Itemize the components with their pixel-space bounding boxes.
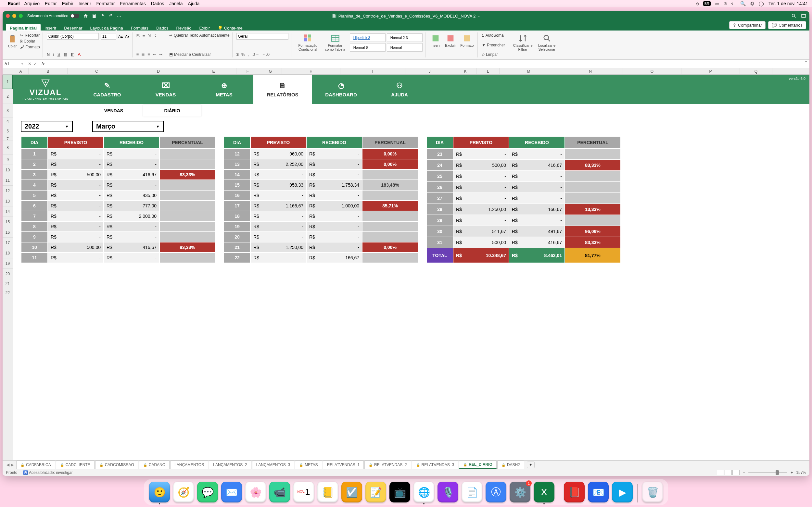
- align-bottom-icon[interactable]: ⇲: [147, 33, 151, 38]
- format-painter-button[interactable]: 🖌Formato: [20, 45, 40, 49]
- save-icon[interactable]: [92, 13, 97, 18]
- column-header[interactable]: P: [681, 68, 740, 74]
- subtab-diario[interactable]: DIÁRIO: [143, 105, 201, 117]
- dock-notes[interactable]: 📝: [365, 482, 386, 502]
- dock-pdf[interactable]: 📕: [564, 482, 585, 502]
- decrease-decimal-icon[interactable]: ←.0: [262, 52, 269, 57]
- border-button[interactable]: ▦: [63, 52, 67, 57]
- sheet-tab[interactable]: 🔒CADCLIENTE: [56, 461, 95, 469]
- app-name[interactable]: Excel: [8, 1, 20, 6]
- dock-outlook[interactable]: 📧: [588, 482, 609, 502]
- sheet-tab[interactable]: 🔒REL_DIARIO: [459, 461, 497, 469]
- column-header[interactable]: H: [282, 68, 340, 74]
- sheet-tab[interactable]: LANÇAMENTOS: [170, 461, 208, 469]
- insert-cells-button[interactable]: Inserir: [429, 33, 442, 48]
- font-color-button[interactable]: A: [78, 52, 81, 57]
- select-all-corner[interactable]: [3, 68, 13, 74]
- row-header[interactable]: 2: [3, 89, 13, 104]
- clear-button[interactable]: ◇Limpar: [482, 52, 505, 57]
- mac-menu-item[interactable]: Dados: [151, 1, 164, 6]
- fill-button[interactable]: ▼Preencher: [482, 43, 505, 47]
- increase-decimal-icon[interactable]: .0→: [251, 52, 259, 57]
- column-header[interactable]: B: [29, 68, 67, 74]
- battery-icon[interactable]: ▭: [715, 1, 719, 6]
- minimize-icon[interactable]: [12, 14, 16, 18]
- prev-sheet-icon[interactable]: ◀: [6, 462, 9, 467]
- cut-button[interactable]: ✂Recortar: [20, 33, 40, 38]
- row-header[interactable]: 4: [3, 117, 13, 125]
- more-icon[interactable]: ⋯: [117, 14, 121, 18]
- add-sheet-button[interactable]: +: [527, 461, 535, 468]
- zoom-slider[interactable]: [748, 472, 787, 473]
- indent-increase-icon[interactable]: ⇥: [159, 52, 162, 57]
- row-header[interactable]: 12: [3, 186, 13, 196]
- nav-item-metas[interactable]: ⊕METAS: [195, 75, 253, 104]
- align-top-icon[interactable]: ⇱: [137, 33, 140, 38]
- name-box[interactable]: A1▾: [3, 60, 26, 68]
- column-header[interactable]: K: [454, 68, 477, 74]
- style-hyperlink[interactable]: Hiperlink 3: [350, 34, 386, 42]
- merge-button[interactable]: ⬒Mesclar e Centralizar: [169, 52, 230, 57]
- cancel-icon[interactable]: ✕: [28, 61, 32, 66]
- dock-reminders[interactable]: ☑️: [341, 482, 362, 502]
- style-normal6[interactable]: Normal 6: [350, 43, 386, 52]
- dock-trash[interactable]: 🗑️: [642, 482, 663, 502]
- formula-input[interactable]: [46, 60, 809, 68]
- dock-podcasts[interactable]: 🎙️: [438, 482, 458, 502]
- mac-menu-item[interactable]: Editar: [45, 1, 57, 6]
- chevron-down-icon[interactable]: ⌄: [477, 14, 480, 18]
- row-header[interactable]: 18: [3, 248, 13, 259]
- row-header[interactable]: 5: [3, 125, 13, 137]
- align-left-icon[interactable]: ≡: [137, 52, 139, 57]
- zoom-level[interactable]: 157%: [796, 470, 806, 475]
- nav-item-ajuda[interactable]: ⚇AJUDA: [370, 75, 429, 104]
- sheet-tab[interactable]: LANÇAMENTOS_2: [209, 461, 251, 469]
- column-header[interactable]: C: [67, 68, 126, 74]
- font-size-select[interactable]: [101, 33, 116, 40]
- orientation-icon[interactable]: ⤹: [154, 33, 157, 38]
- maximize-icon[interactable]: [19, 14, 23, 18]
- percent-icon[interactable]: %: [241, 52, 245, 57]
- menuextra-icon[interactable]: ⎋: [696, 1, 699, 6]
- page-break-view-icon[interactable]: [732, 470, 740, 475]
- column-header[interactable]: O: [623, 68, 681, 74]
- row-header[interactable]: 22: [3, 288, 13, 297]
- indent-decrease-icon[interactable]: ⇤: [153, 52, 156, 57]
- view-buttons[interactable]: [717, 470, 740, 475]
- chevron-down-icon[interactable]: ▾: [21, 62, 23, 66]
- increase-font-icon[interactable]: A▴: [118, 34, 123, 39]
- row-header[interactable]: 3: [3, 104, 13, 117]
- row-header[interactable]: 13: [3, 196, 13, 207]
- bold-button[interactable]: N: [47, 52, 50, 57]
- mac-menu-item[interactable]: Formatar: [96, 1, 115, 6]
- dock-photos[interactable]: 🌸: [245, 482, 266, 502]
- nav-item-relatórios[interactable]: 🗎RELATÓRIOS: [253, 75, 312, 104]
- column-header[interactable]: E: [191, 68, 237, 74]
- page-layout-view-icon[interactable]: [725, 470, 732, 475]
- month-filter[interactable]: Março▼: [92, 121, 164, 132]
- dock-mail[interactable]: ✉️: [221, 482, 242, 502]
- copy-button[interactable]: ⎘Copiar: [20, 39, 40, 44]
- zoom-in-icon[interactable]: +: [791, 470, 793, 475]
- dock-finder[interactable]: 🙂: [149, 482, 170, 502]
- nav-item-vendas[interactable]: ⌧VENDAS: [137, 75, 195, 104]
- paste-button[interactable]: Colar: [6, 34, 18, 49]
- home-icon[interactable]: [83, 13, 88, 18]
- dock-contacts[interactable]: 📒: [317, 482, 338, 502]
- row-header[interactable]: 9: [3, 155, 13, 165]
- font-name-select[interactable]: [47, 33, 99, 40]
- control-center-icon[interactable]: ⏣: [750, 1, 754, 6]
- wrap-text-button[interactable]: ↩Quebrar Texto Automaticamente: [169, 33, 230, 38]
- zoom-out-icon[interactable]: −: [743, 470, 745, 475]
- mac-menu-item[interactable]: Exibir: [62, 1, 73, 6]
- align-right-icon[interactable]: ≡: [147, 52, 150, 57]
- sheet-tab[interactable]: 🔒DASH2: [497, 461, 524, 469]
- mac-menu-item[interactable]: Ajuda: [188, 1, 199, 6]
- traffic-lights[interactable]: [6, 14, 23, 18]
- search-icon[interactable]: [791, 13, 797, 18]
- format-as-table-button[interactable]: Formatar como Tabela: [322, 33, 348, 52]
- sheet-tab[interactable]: 🔒RELATVENDAS_3: [412, 461, 458, 469]
- number-format-select[interactable]: [237, 33, 289, 40]
- row-header[interactable]: 7: [3, 137, 13, 141]
- undo-icon[interactable]: [100, 13, 105, 18]
